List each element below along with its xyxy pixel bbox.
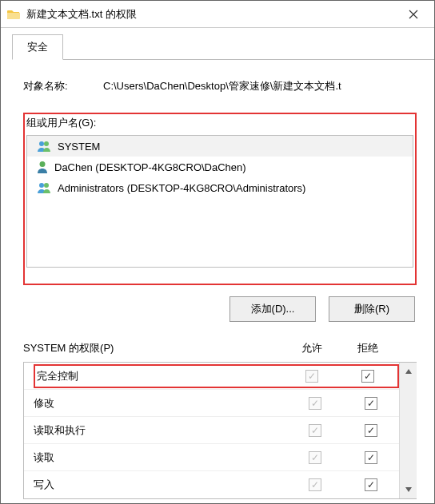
object-name-value: C:\Users\DaChen\Desktop\管家速修\新建文本文档.t xyxy=(103,79,417,93)
titlebar: 新建文本文档.txt 的权限 xyxy=(1,1,434,28)
group-user-label: 组或用户名(G): xyxy=(26,116,413,130)
remove-button[interactable]: 删除(R) xyxy=(329,296,415,322)
scroll-down-arrow[interactable] xyxy=(400,481,417,498)
svg-point-2 xyxy=(40,161,46,167)
deny-checkbox[interactable]: ✓ xyxy=(365,451,377,464)
add-button[interactable]: 添加(D)... xyxy=(229,296,316,322)
chevron-up-icon xyxy=(405,369,412,374)
deny-checkbox[interactable]: ✓ xyxy=(365,478,377,491)
allow-checkbox: ✓ xyxy=(309,397,321,410)
people-icon xyxy=(37,140,51,153)
perm-row: 读取✓✓ xyxy=(24,444,399,471)
scroll-track[interactable] xyxy=(400,380,417,481)
perm-row: 修改✓✓ xyxy=(24,390,399,417)
group-item-dachen[interactable]: DaChen (DESKTOP-4KG8CRO\DaChen) xyxy=(27,157,413,177)
group-item-administrators[interactable]: Administrators (DESKTOP-4KG8CRO\Administ… xyxy=(27,177,413,198)
scroll-up-arrow[interactable] xyxy=(400,363,417,380)
deny-checkbox[interactable]: ✓ xyxy=(361,370,374,383)
group-item-text: Administrators (DESKTOP-4KG8CRO\Administ… xyxy=(58,182,305,194)
col-allow-label: 允许 xyxy=(284,341,340,355)
close-icon xyxy=(409,10,418,19)
svg-point-1 xyxy=(44,141,49,146)
group-item-text: SYSTEM xyxy=(58,141,100,153)
permissions-scrollbar[interactable] xyxy=(399,363,417,498)
tab-security[interactable]: 安全 xyxy=(12,34,63,60)
allow-checkbox: ✓ xyxy=(309,451,321,464)
col-deny-label: 拒绝 xyxy=(340,341,396,355)
perm-row: 读取和执行✓✓ xyxy=(24,417,399,444)
tab-row: 安全 xyxy=(12,38,434,60)
perm-name: 读取 xyxy=(34,450,287,465)
perm-row-highlight: 完全控制✓✓ xyxy=(34,364,399,388)
permissions-for-label: SYSTEM 的权限(P) xyxy=(23,341,284,355)
group-item-system[interactable]: SYSTEM xyxy=(27,136,413,157)
object-name-row: 对象名称: C:\Users\DaChen\Desktop\管家速修\新建文本文… xyxy=(23,79,417,93)
dialog-content: 对象名称: C:\Users\DaChen\Desktop\管家速修\新建文本文… xyxy=(1,60,434,504)
perm-name: 修改 xyxy=(34,396,287,411)
permissions-header: SYSTEM 的权限(P) 允许 拒绝 xyxy=(23,341,396,355)
perm-name: 读取和执行 xyxy=(34,423,287,438)
people-icon xyxy=(37,181,51,194)
permissions-list: 完全控制✓✓修改✓✓读取和执行✓✓读取✓✓写入✓✓ xyxy=(24,363,399,498)
object-name-label: 对象名称: xyxy=(23,79,103,93)
svg-point-3 xyxy=(39,183,44,188)
group-buttons-row: 添加(D)... 删除(R) xyxy=(23,296,415,322)
permissions-area: 完全控制✓✓修改✓✓读取和执行✓✓读取✓✓写入✓✓ xyxy=(23,362,417,499)
deny-checkbox[interactable]: ✓ xyxy=(365,397,377,410)
perm-row: 写入✓✓ xyxy=(24,471,399,498)
group-user-list[interactable]: SYSTEMDaChen (DESKTOP-4KG8CRO\DaChen)Adm… xyxy=(26,135,413,268)
perm-row: 完全控制✓✓ xyxy=(24,363,399,390)
perm-name: 写入 xyxy=(34,478,287,492)
chevron-down-icon xyxy=(405,487,412,492)
svg-point-0 xyxy=(39,141,44,146)
svg-point-4 xyxy=(44,183,49,188)
person-icon xyxy=(37,161,48,173)
perm-name: 完全控制 xyxy=(37,369,284,383)
folder-icon xyxy=(7,9,20,20)
allow-checkbox: ✓ xyxy=(305,370,318,383)
group-user-highlight: 组或用户名(G): SYSTEMDaChen (DESKTOP-4KG8CRO\… xyxy=(23,113,417,285)
deny-checkbox[interactable]: ✓ xyxy=(365,424,377,437)
allow-checkbox: ✓ xyxy=(309,478,321,491)
allow-checkbox: ✓ xyxy=(309,424,321,437)
window-title: 新建文本文档.txt 的权限 xyxy=(26,7,396,22)
close-button[interactable] xyxy=(396,2,431,27)
group-item-text: DaChen (DESKTOP-4KG8CRO\DaChen) xyxy=(54,161,246,173)
